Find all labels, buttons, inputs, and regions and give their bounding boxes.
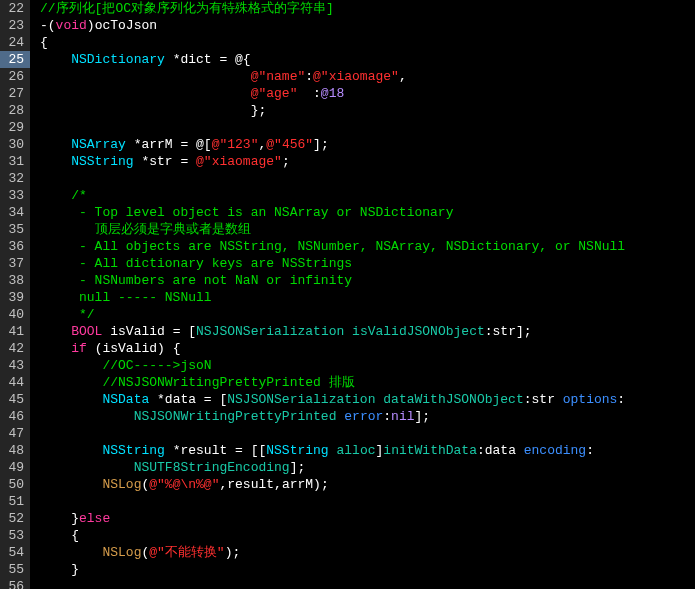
code-token: - All objects are NSString, NSNumber, NS…	[40, 239, 625, 254]
code-token: options	[563, 392, 618, 407]
code-line[interactable]	[40, 425, 695, 442]
code-token: - All dictionary keys are NSStrings	[40, 256, 352, 271]
code-line[interactable]: @"name":@"xiaomage",	[40, 68, 695, 85]
line-number: 29	[4, 119, 24, 136]
code-token: :str];	[485, 324, 532, 339]
code-line[interactable]: - NSNumbers are not NaN or infinity	[40, 272, 695, 289]
code-token: @"xiaomage"	[313, 69, 399, 84]
code-token: @{	[235, 52, 251, 67]
line-number: 51	[4, 493, 24, 510]
code-token: NSJSONWritingPrettyPrinted	[134, 409, 337, 424]
code-token: @"不能转换"	[149, 545, 224, 560]
code-line[interactable]	[40, 170, 695, 187]
code-line[interactable]: NSString *result = [[NSString alloc]init…	[40, 442, 695, 459]
code-line[interactable]: NSLog(@"%@\n%@",result,arrM);	[40, 476, 695, 493]
code-line[interactable]: NSUTF8StringEncoding];	[40, 459, 695, 476]
code-token: (isValid) {	[87, 341, 181, 356]
code-token: NSLog	[102, 477, 141, 492]
code-line[interactable]: BOOL isValid = [NSJSONSerialization isVa…	[40, 323, 695, 340]
code-line[interactable]: {	[40, 34, 695, 51]
code-token: NSString	[102, 443, 164, 458]
code-token: ,	[399, 69, 407, 84]
line-number: 56	[4, 578, 24, 589]
line-number: 45	[4, 391, 24, 408]
line-number: 54	[4, 544, 24, 561]
code-token	[40, 324, 71, 339]
line-number: 50	[4, 476, 24, 493]
code-token: */	[40, 307, 95, 322]
code-line[interactable]: - All objects are NSString, NSNumber, NS…	[40, 238, 695, 255]
code-token	[40, 409, 134, 424]
code-line[interactable]: }	[40, 561, 695, 578]
code-line[interactable]: NSString *str = @"xiaomage";	[40, 153, 695, 170]
code-token: ];	[290, 460, 306, 475]
code-line[interactable]: NSDictionary *dict = @{	[40, 51, 695, 68]
code-editor: 2223242526272829303132333435363738394041…	[0, 0, 695, 589]
code-token: NSJSONSerialization	[196, 324, 344, 339]
line-number: 24	[4, 34, 24, 51]
line-number: 39	[4, 289, 24, 306]
line-number: 37	[4, 255, 24, 272]
code-token	[329, 443, 337, 458]
code-line[interactable]: //NSJSONWritingPrettyPrinted 排版	[40, 374, 695, 391]
code-token: ;	[282, 154, 290, 169]
code-token: NSUTF8StringEncoding	[134, 460, 290, 475]
code-line[interactable]: - All dictionary keys are NSStrings	[40, 255, 695, 272]
code-line[interactable]: */	[40, 306, 695, 323]
code-token: @[	[196, 137, 212, 152]
code-line[interactable]: };	[40, 102, 695, 119]
code-area[interactable]: //序列化[把OC对象序列化为有特殊格式的字符串]-(void)ocToJson…	[30, 0, 695, 589]
code-token: error	[344, 409, 383, 424]
code-line[interactable]: NSArray *arrM = @[@"123",@"456"];	[40, 136, 695, 153]
code-token	[40, 52, 71, 67]
code-token: *arrM =	[126, 137, 196, 152]
code-line[interactable]: }else	[40, 510, 695, 527]
line-number: 27	[4, 85, 24, 102]
line-number: 23	[4, 17, 24, 34]
code-line[interactable]: @"age" :@18	[40, 85, 695, 102]
code-token: isValid = [	[102, 324, 196, 339]
code-line[interactable]: NSLog(@"不能转换");	[40, 544, 695, 561]
code-line[interactable]	[40, 578, 695, 589]
code-token	[40, 154, 71, 169]
code-line[interactable]: /*	[40, 187, 695, 204]
line-number: 32	[4, 170, 24, 187]
line-number: 53	[4, 527, 24, 544]
code-line[interactable]: NSJSONWritingPrettyPrinted error:nil];	[40, 408, 695, 425]
code-token	[40, 460, 134, 475]
code-line[interactable]: //序列化[把OC对象序列化为有特殊格式的字符串]	[40, 0, 695, 17]
line-number: 43	[4, 357, 24, 374]
code-token: null ----- NSNull	[40, 290, 212, 305]
code-line[interactable]	[40, 119, 695, 136]
code-token: @"name"	[251, 69, 306, 84]
code-token: @"xiaomage"	[196, 154, 282, 169]
line-number: 48	[4, 442, 24, 459]
line-number: 38	[4, 272, 24, 289]
code-token: initWithData	[383, 443, 477, 458]
code-token: -(	[40, 18, 56, 33]
code-token: :	[617, 392, 625, 407]
line-number: 31	[4, 153, 24, 170]
code-line[interactable]: null ----- NSNull	[40, 289, 695, 306]
code-token: *result = [[	[165, 443, 266, 458]
code-line[interactable]: -(void)ocToJson	[40, 17, 695, 34]
line-number: 47	[4, 425, 24, 442]
code-line[interactable]: 顶层必须是字典或者是数组	[40, 221, 695, 238]
code-token: void	[56, 18, 87, 33]
code-token: if	[71, 341, 87, 356]
code-line[interactable]: {	[40, 527, 695, 544]
code-line[interactable]: if (isValid) {	[40, 340, 695, 357]
code-line[interactable]: - Top level object is an NSArray or NSDi…	[40, 204, 695, 221]
code-token: ];	[313, 137, 329, 152]
line-number: 36	[4, 238, 24, 255]
code-line[interactable]: NSData *data = [NSJSONSerialization data…	[40, 391, 695, 408]
code-token: /*	[40, 188, 87, 203]
code-token	[40, 341, 71, 356]
code-token: isValidJSONObject	[352, 324, 485, 339]
code-line[interactable]: //OC----->jsoN	[40, 357, 695, 374]
code-line[interactable]	[40, 493, 695, 510]
code-token: NSDictionary	[71, 52, 165, 67]
line-number: 30	[4, 136, 24, 153]
code-token: @"123"	[212, 137, 259, 152]
code-token: NSArray	[71, 137, 126, 152]
